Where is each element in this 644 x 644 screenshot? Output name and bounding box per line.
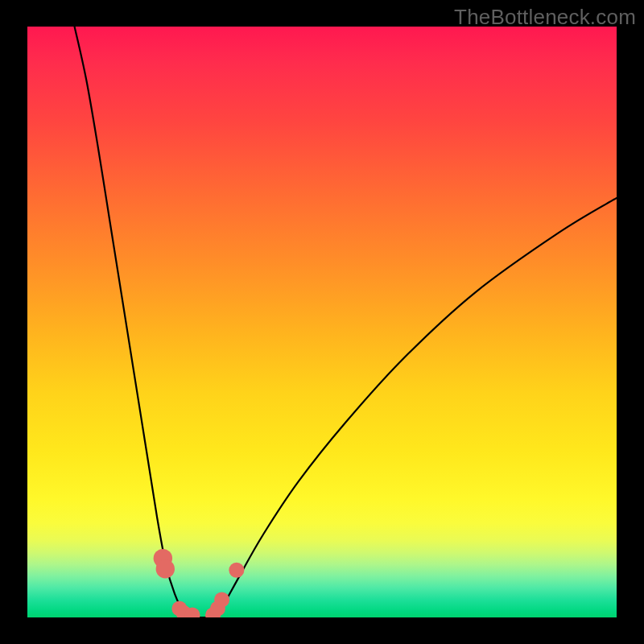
marker-8	[229, 563, 244, 578]
watermark-text: TheBottleneck.com	[454, 5, 636, 30]
series-right-curve	[216, 198, 617, 617]
marker-group	[154, 549, 245, 617]
chart-svg	[27, 27, 617, 617]
curve-group	[75, 27, 617, 617]
series-left-curve	[75, 27, 192, 617]
chart-frame: TheBottleneck.com	[0, 0, 644, 644]
marker-1	[156, 559, 175, 578]
plot-area	[27, 27, 617, 617]
marker-7	[214, 592, 229, 607]
